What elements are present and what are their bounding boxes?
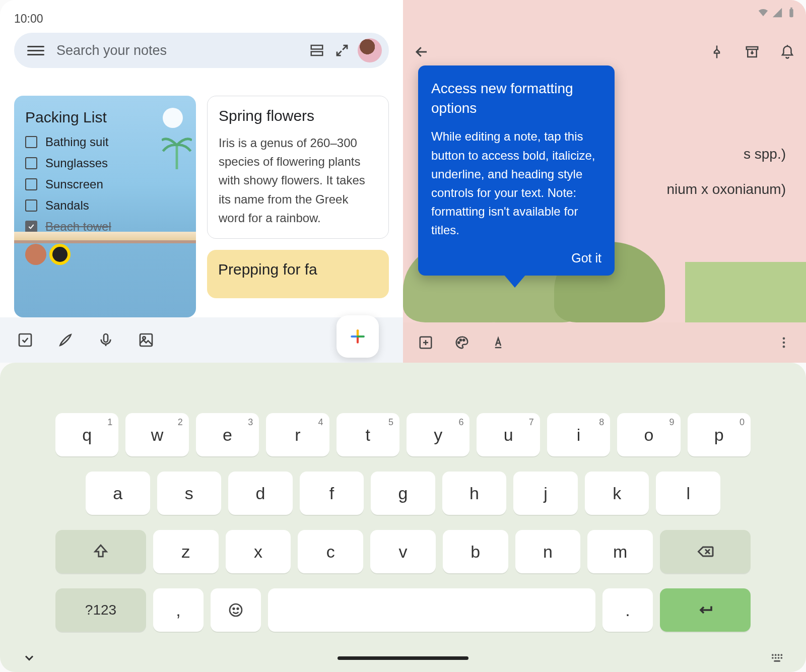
checklist-item-label: Bathing suit bbox=[45, 135, 108, 149]
key-t[interactable]: t5 bbox=[337, 413, 399, 456]
checkbox-icon[interactable] bbox=[25, 136, 37, 148]
collaborators bbox=[25, 244, 185, 265]
avatar[interactable] bbox=[358, 38, 382, 62]
svg-point-10 bbox=[458, 342, 459, 343]
checklist-item[interactable]: Sandals bbox=[25, 198, 185, 213]
status-icons bbox=[758, 7, 797, 18]
key-c[interactable]: c bbox=[298, 530, 363, 573]
checklist-icon[interactable] bbox=[17, 332, 33, 348]
list-view-icon[interactable] bbox=[306, 40, 327, 61]
svg-point-15 bbox=[783, 346, 785, 348]
tooltip-dismiss-button[interactable]: Got it bbox=[431, 251, 601, 265]
key-b[interactable]: b bbox=[443, 530, 508, 573]
mic-icon[interactable] bbox=[98, 332, 114, 348]
search-bar[interactable]: Search your notes bbox=[14, 33, 389, 68]
backspace-key[interactable] bbox=[660, 530, 751, 573]
tooltip-body: While editing a note, tap this button to… bbox=[431, 127, 601, 239]
pin-icon[interactable] bbox=[709, 44, 724, 59]
key-h[interactable]: h bbox=[442, 472, 507, 515]
add-icon[interactable] bbox=[418, 335, 433, 350]
note-card-spring[interactable]: Spring flowers Iris is a genus of 260–30… bbox=[207, 96, 389, 239]
key-o[interactable]: o9 bbox=[617, 413, 680, 456]
note-card-packing[interactable]: Packing List Bathing suitSunglassesSunsc… bbox=[14, 96, 196, 317]
svg-point-18 bbox=[237, 608, 239, 610]
sun-decoration bbox=[163, 108, 183, 128]
key-l[interactable]: l bbox=[656, 472, 720, 515]
svg-rect-3 bbox=[104, 334, 108, 342]
key-r[interactable]: r4 bbox=[266, 413, 329, 456]
svg-point-21 bbox=[778, 654, 780, 656]
search-input[interactable]: Search your notes bbox=[56, 43, 302, 58]
note-card-yellow[interactable]: Prepping for fa bbox=[207, 250, 389, 298]
checklist-item-label: Sunscreen bbox=[45, 177, 103, 191]
reminder-icon[interactable] bbox=[780, 44, 795, 59]
emoji-key[interactable] bbox=[211, 588, 261, 632]
svg-point-12 bbox=[463, 339, 464, 341]
key-u[interactable]: u7 bbox=[477, 413, 540, 456]
space-key[interactable] bbox=[268, 588, 595, 632]
checkbox-icon[interactable] bbox=[25, 157, 37, 169]
key-f[interactable]: f bbox=[300, 472, 364, 515]
signal-icon bbox=[772, 7, 783, 18]
svg-point-13 bbox=[783, 338, 785, 340]
symbols-key[interactable]: ?123 bbox=[55, 588, 146, 632]
key-v[interactable]: v bbox=[370, 530, 436, 573]
more-icon[interactable] bbox=[777, 335, 791, 350]
formatting-tooltip: Access new formatting options While edit… bbox=[418, 65, 615, 276]
key-j[interactable]: j bbox=[513, 472, 578, 515]
key-n[interactable]: n bbox=[515, 530, 581, 573]
palm-decoration bbox=[162, 131, 192, 171]
menu-icon[interactable] bbox=[27, 42, 44, 59]
collab-avatar[interactable] bbox=[25, 244, 46, 265]
key-z[interactable]: z bbox=[153, 530, 219, 573]
keyboard-settings-icon[interactable] bbox=[770, 651, 784, 665]
expand-icon[interactable] bbox=[331, 40, 353, 61]
key-m[interactable]: m bbox=[587, 530, 653, 573]
key-k[interactable]: k bbox=[585, 472, 649, 515]
key-e[interactable]: e3 bbox=[196, 413, 259, 456]
key-i[interactable]: i8 bbox=[547, 413, 610, 456]
archive-icon[interactable] bbox=[745, 44, 760, 59]
key-d[interactable]: d bbox=[228, 472, 293, 515]
key-y[interactable]: y6 bbox=[407, 413, 469, 456]
palette-icon[interactable] bbox=[454, 335, 469, 350]
format-icon[interactable] bbox=[491, 335, 506, 350]
checklist-item[interactable]: Sunglasses bbox=[25, 156, 185, 170]
key-a[interactable]: a bbox=[86, 472, 150, 515]
key-w[interactable]: w2 bbox=[125, 413, 188, 456]
soft-keyboard: q1w2e3r4t5y6u7i8o9p0 asdfghjkl zxcvbnm ?… bbox=[0, 363, 806, 672]
back-icon[interactable] bbox=[414, 44, 429, 59]
checkbox-icon[interactable] bbox=[25, 199, 37, 212]
image-icon[interactable] bbox=[138, 332, 154, 348]
key-q[interactable]: q1 bbox=[55, 413, 118, 456]
editor-toolbar bbox=[403, 322, 806, 363]
collab-avatar[interactable] bbox=[49, 244, 71, 265]
checkbox-icon[interactable] bbox=[25, 221, 37, 233]
svg-point-14 bbox=[783, 342, 785, 344]
key-p[interactable]: p0 bbox=[688, 413, 751, 456]
note-title: Spring flowers bbox=[219, 107, 377, 124]
checklist-item[interactable]: Bathing suit bbox=[25, 135, 185, 149]
checkbox-icon[interactable] bbox=[25, 178, 37, 190]
checklist-item[interactable]: Sunscreen bbox=[25, 177, 185, 191]
brush-icon[interactable] bbox=[57, 332, 74, 348]
comma-key[interactable]: , bbox=[153, 588, 204, 632]
key-s[interactable]: s bbox=[157, 472, 222, 515]
key-x[interactable]: x bbox=[226, 530, 291, 573]
svg-point-20 bbox=[775, 654, 777, 656]
collapse-keyboard-icon[interactable] bbox=[22, 651, 36, 665]
tooltip-title: Access new formatting options bbox=[431, 79, 601, 118]
key-g[interactable]: g bbox=[371, 472, 435, 515]
nav-handle[interactable] bbox=[338, 656, 468, 660]
svg-rect-2 bbox=[19, 334, 31, 346]
enter-key[interactable] bbox=[660, 588, 751, 632]
period-key[interactable]: . bbox=[602, 588, 653, 632]
svg-rect-0 bbox=[311, 45, 323, 49]
wifi-icon bbox=[758, 7, 769, 18]
battery-icon bbox=[786, 7, 797, 18]
shift-key[interactable] bbox=[55, 530, 146, 573]
note-text-fragment: nium x oxonianum) bbox=[666, 181, 786, 197]
svg-point-24 bbox=[775, 657, 777, 659]
svg-rect-4 bbox=[140, 334, 152, 346]
new-note-fab[interactable] bbox=[337, 315, 379, 358]
